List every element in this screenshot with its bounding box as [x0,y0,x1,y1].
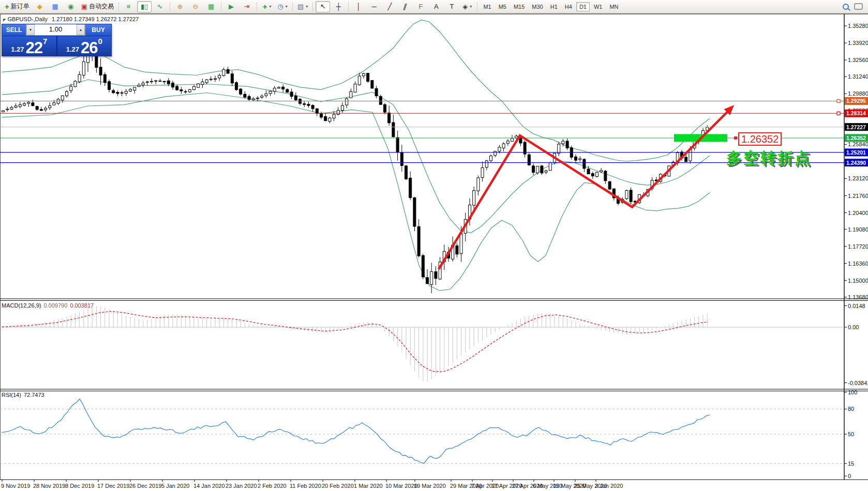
timeframe-w1-button[interactable]: W1 [591,2,606,11]
date-axis: 9 Nov 201928 Nov 20198 Dec 201917 Dec 20… [1,480,623,489]
toolbar-indicators-button[interactable]: +▾ [260,1,274,12]
sell-button[interactable]: SELL [2,24,26,36]
svg-text:1.27227: 1.27227 [846,124,866,130]
sell-price-base: 1.27 [11,44,24,54]
timeframe-h1-button[interactable]: H1 [547,2,561,11]
price-level-tag[interactable]: 1.26352 [738,132,782,146]
horizontal-line-icon: ─ [372,3,377,10]
toolbar-separator [257,2,257,11]
svg-text:1.25201: 1.25201 [846,149,866,156]
price-tag-1.26352: 1.26352 [845,134,868,142]
toolbar-zoom-out-button[interactable]: ⊖ [188,1,203,12]
svg-text:20 Feb 2020: 20 Feb 2020 [322,483,354,489]
auto-trading-icon: ▣ [81,3,87,10]
volume-increase-button[interactable]: ▲ [77,24,85,35]
toolbar-profile-button[interactable]: ◆ [33,1,47,12]
chart-title-icon: ◤ [3,18,6,22]
toolbar-template-button[interactable]: ▨▾ [295,1,310,12]
toolbar-text-label-button[interactable]: T [444,1,459,12]
svg-text:1.25840: 1.25840 [848,141,868,147]
toolbar: +新订单◆▦◉▣自动交易≡▮▯∿⊕⊖▦▶⇥+▾◷▾▨▾↖┼│─╱∥FAT◈▾M1… [0,0,868,13]
auto-scroll-icon: ▶ [229,3,234,10]
volume-input[interactable]: 1.00 [35,24,77,35]
toolbar-fibonacci-button[interactable]: F [413,1,428,12]
svg-text:1.32560: 1.32560 [848,57,868,63]
rsi-indicator-label: RSI(14)72.7473 [2,392,44,398]
symbol-period-label: GBPUSD-,Daily [7,16,48,22]
line-chart-icon: ∿ [157,3,163,10]
macd-pane: 0.01480.00-0.038415 [0,303,868,386]
buy-price-sup: 0 [98,38,102,44]
toolbar-vertical-line-button[interactable]: │ [351,1,366,12]
trend-arrows [439,105,737,269]
timeframe-h4-button[interactable]: H4 [562,2,575,11]
price-tag-1.29295: 1.29295 [845,97,868,105]
svg-text:0.00: 0.00 [848,324,859,330]
toolbar-cursor-button[interactable]: ↖ [316,1,330,12]
svg-text:2 Feb 2020: 2 Feb 2020 [258,483,287,489]
toolbar-tile-windows-button[interactable]: ▦ [204,1,218,12]
svg-text:26 Dec 2019: 26 Dec 2019 [129,483,161,489]
chart-canvas[interactable]: 1.352801.339201.325601.312401.298801.285… [0,0,868,491]
chat-icon[interactable] [854,3,863,10]
toolbar-horizontal-line-button[interactable]: ─ [367,1,381,12]
svg-text:28 Nov 2019: 28 Nov 2019 [33,483,65,489]
search-icon[interactable] [843,4,849,10]
price-tag-1.25201: 1.25201 [845,148,868,156]
timeframe-d1-button[interactable]: D1 [576,2,590,11]
svg-text:-0.038415: -0.038415 [848,380,868,386]
toolbar-bar-chart-button[interactable]: ≡ [122,1,136,12]
toolbar-market-watch-button[interactable]: ▦ [48,1,63,12]
toolbar-text-button[interactable]: A [429,1,443,12]
svg-text:0: 0 [848,473,851,479]
market-watch-icon: ▦ [52,3,58,10]
svg-text:1.29880: 1.29880 [848,90,868,97]
toolbar-auto-scroll-button[interactable]: ▶ [224,1,238,12]
buy-button[interactable]: BUY [85,24,111,36]
template-icon: ▨ [297,3,304,10]
trendline-icon: ╱ [387,3,392,10]
toolbar-period-button[interactable]: ◷▾ [275,1,290,12]
toolbar-shapes-button[interactable]: ◈▾ [460,1,474,12]
buy-quote[interactable]: 1.27 26 0 [56,36,112,56]
toolbar-separator [118,2,119,11]
timeframe-mn-button[interactable]: MN [606,2,621,11]
toolbar-trendline-button[interactable]: ╱ [382,1,397,12]
macd-name: MACD(12,26,9) [2,302,41,309]
svg-text:1.33920: 1.33920 [848,40,868,46]
toolbar-chart-shift-button[interactable]: ⇥ [240,1,254,12]
svg-text:1.20400: 1.20400 [848,210,868,216]
channel-icon: ∥ [402,3,408,10]
toolbar-candlestick-chart-button[interactable]: ▮▯ [137,1,152,12]
timeframe-m30-button[interactable]: M30 [529,2,546,11]
price-tag-1.27227: 1.27227 [845,123,868,131]
volume-decrease-button[interactable]: ▼ [26,24,35,35]
toolbar-auto-trading-button[interactable]: ▣自动交易 [79,1,116,12]
chevron-down-icon: ▾ [470,4,472,9]
svg-text:9 Nov 2019: 9 Nov 2019 [1,483,30,489]
candlestick-chart-icon: ▮▯ [141,3,148,10]
buy-price-big: 26 [81,41,97,54]
sell-quote[interactable]: 1.27 22 7 [2,36,56,56]
timeframe-m5-button[interactable]: M5 [496,2,510,11]
toolbar-zoom-in-button[interactable]: ⊕ [173,1,187,12]
rsi-pane: 1008050150 [0,389,857,479]
timeframe-m1-button[interactable]: M1 [480,2,494,11]
rsi-value: 72.7473 [24,392,44,398]
price-axis: 1.352801.339201.325601.312401.298801.285… [844,23,868,300]
chevron-down-icon: ▾ [286,4,288,9]
chinese-annotation-text: 多空转折点 [726,148,812,169]
toolbar-crosshair-button[interactable]: ┼ [331,1,346,12]
svg-text:11 Feb 2020: 11 Feb 2020 [290,483,321,489]
timeframe-m15-button[interactable]: M15 [511,2,528,11]
svg-text:1.13680: 1.13680 [848,294,868,300]
cursor-icon: ↖ [320,3,326,10]
candlesticks [2,46,709,293]
toolbar-line-chart-button[interactable]: ∿ [153,1,167,12]
toolbar-signal-button[interactable]: ◉ [64,1,78,12]
toolbar-separator [292,2,293,11]
toolbar-separator [477,2,477,11]
toolbar-channel-button[interactable]: ∥ [398,1,412,12]
sell-price-big: 22 [25,41,42,54]
toolbar-new-order-button[interactable]: +新订单 [3,1,32,12]
